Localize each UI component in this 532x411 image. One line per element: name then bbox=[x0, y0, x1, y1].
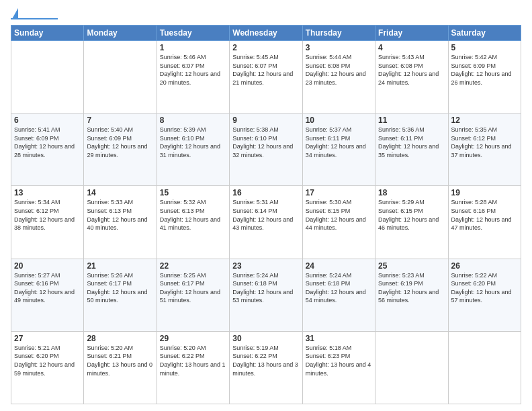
day-info: Sunrise: 5:24 AMSunset: 6:18 PMDaylight:… bbox=[306, 271, 372, 305]
day-number: 26 bbox=[451, 261, 518, 271]
day-number: 14 bbox=[87, 188, 153, 197]
calendar-cell: 15Sunrise: 5:32 AMSunset: 6:13 PMDayligh… bbox=[157, 186, 229, 259]
day-number: 23 bbox=[232, 261, 299, 271]
day-number: 16 bbox=[232, 188, 299, 197]
header bbox=[11, 8, 521, 19]
calendar-cell: 19Sunrise: 5:28 AMSunset: 6:16 PMDayligh… bbox=[448, 186, 521, 259]
calendar-cell: 7Sunrise: 5:40 AMSunset: 6:09 PMDaylight… bbox=[84, 113, 157, 186]
calendar-cell: 30Sunrise: 5:19 AMSunset: 6:22 PMDayligh… bbox=[230, 331, 302, 404]
day-info: Sunrise: 5:35 AMSunset: 6:12 PMDaylight:… bbox=[451, 126, 518, 159]
calendar-cell: 10Sunrise: 5:37 AMSunset: 6:11 PMDayligh… bbox=[302, 113, 375, 186]
day-info: Sunrise: 5:45 AMSunset: 6:07 PMDaylight:… bbox=[232, 53, 299, 87]
day-number: 11 bbox=[378, 116, 445, 125]
day-number: 5 bbox=[451, 43, 518, 52]
day-number: 15 bbox=[160, 188, 226, 197]
day-info: Sunrise: 5:41 AMSunset: 6:09 PMDaylight:… bbox=[14, 126, 81, 159]
page: SundayMondayTuesdayWednesdayThursdayFrid… bbox=[0, 0, 532, 411]
day-info: Sunrise: 5:18 AMSunset: 6:23 PMDaylight:… bbox=[306, 344, 372, 377]
calendar-cell: 29Sunrise: 5:20 AMSunset: 6:22 PMDayligh… bbox=[157, 331, 229, 404]
calendar-cell: 2Sunrise: 5:45 AMSunset: 6:07 PMDaylight… bbox=[230, 41, 302, 113]
calendar-cell bbox=[448, 331, 521, 404]
day-number: 2 bbox=[232, 43, 299, 52]
calendar-cell: 24Sunrise: 5:24 AMSunset: 6:18 PMDayligh… bbox=[302, 259, 375, 331]
day-number: 27 bbox=[14, 334, 81, 343]
calendar-cell: 8Sunrise: 5:39 AMSunset: 6:10 PMDaylight… bbox=[157, 113, 229, 186]
calendar-cell: 21Sunrise: 5:26 AMSunset: 6:17 PMDayligh… bbox=[84, 259, 157, 331]
day-info: Sunrise: 5:21 AMSunset: 6:20 PMDaylight:… bbox=[14, 344, 81, 377]
day-number: 28 bbox=[87, 334, 153, 343]
calendar-week-row: 1Sunrise: 5:46 AMSunset: 6:07 PMDaylight… bbox=[11, 41, 521, 113]
day-info: Sunrise: 5:31 AMSunset: 6:14 PMDaylight:… bbox=[232, 198, 299, 232]
day-info: Sunrise: 5:32 AMSunset: 6:13 PMDaylight:… bbox=[160, 198, 226, 232]
calendar-cell: 13Sunrise: 5:34 AMSunset: 6:12 PMDayligh… bbox=[11, 186, 84, 259]
calendar-week-row: 13Sunrise: 5:34 AMSunset: 6:12 PMDayligh… bbox=[11, 186, 521, 259]
day-number: 20 bbox=[14, 261, 81, 271]
day-number: 17 bbox=[306, 188, 372, 197]
weekday-header-tuesday: Tuesday bbox=[157, 26, 229, 41]
day-number: 8 bbox=[160, 116, 226, 125]
day-info: Sunrise: 5:29 AMSunset: 6:15 PMDaylight:… bbox=[378, 198, 445, 232]
calendar-cell: 16Sunrise: 5:31 AMSunset: 6:14 PMDayligh… bbox=[230, 186, 302, 259]
day-info: Sunrise: 5:28 AMSunset: 6:16 PMDaylight:… bbox=[451, 198, 518, 232]
calendar-cell: 31Sunrise: 5:18 AMSunset: 6:23 PMDayligh… bbox=[302, 331, 375, 404]
day-info: Sunrise: 5:39 AMSunset: 6:10 PMDaylight:… bbox=[160, 126, 226, 159]
logo bbox=[11, 8, 58, 19]
calendar-cell: 14Sunrise: 5:33 AMSunset: 6:13 PMDayligh… bbox=[84, 186, 157, 259]
calendar-cell: 20Sunrise: 5:27 AMSunset: 6:16 PMDayligh… bbox=[11, 259, 84, 331]
day-number: 12 bbox=[451, 116, 518, 125]
logo-triangle-icon bbox=[12, 8, 18, 19]
calendar-week-row: 27Sunrise: 5:21 AMSunset: 6:20 PMDayligh… bbox=[11, 331, 521, 404]
calendar-cell: 3Sunrise: 5:44 AMSunset: 6:08 PMDaylight… bbox=[302, 41, 375, 113]
weekday-header-monday: Monday bbox=[84, 26, 157, 41]
calendar-cell bbox=[84, 41, 157, 113]
calendar-cell: 25Sunrise: 5:23 AMSunset: 6:19 PMDayligh… bbox=[375, 259, 448, 331]
calendar-cell: 27Sunrise: 5:21 AMSunset: 6:20 PMDayligh… bbox=[11, 331, 84, 404]
day-number: 9 bbox=[232, 116, 299, 125]
day-number: 6 bbox=[14, 116, 81, 125]
day-info: Sunrise: 5:37 AMSunset: 6:11 PMDaylight:… bbox=[306, 126, 372, 159]
day-info: Sunrise: 5:36 AMSunset: 6:11 PMDaylight:… bbox=[378, 126, 445, 159]
day-number: 1 bbox=[160, 43, 226, 52]
day-info: Sunrise: 5:46 AMSunset: 6:07 PMDaylight:… bbox=[160, 53, 226, 87]
calendar-cell: 18Sunrise: 5:29 AMSunset: 6:15 PMDayligh… bbox=[375, 186, 448, 259]
calendar-week-row: 6Sunrise: 5:41 AMSunset: 6:09 PMDaylight… bbox=[11, 113, 521, 186]
day-info: Sunrise: 5:23 AMSunset: 6:19 PMDaylight:… bbox=[378, 271, 445, 305]
calendar-cell: 17Sunrise: 5:30 AMSunset: 6:15 PMDayligh… bbox=[302, 186, 375, 259]
day-number: 25 bbox=[378, 261, 445, 271]
day-info: Sunrise: 5:33 AMSunset: 6:13 PMDaylight:… bbox=[87, 198, 153, 232]
weekday-header-thursday: Thursday bbox=[302, 26, 375, 41]
day-info: Sunrise: 5:43 AMSunset: 6:08 PMDaylight:… bbox=[378, 53, 445, 87]
day-number: 21 bbox=[87, 261, 153, 271]
calendar-week-row: 20Sunrise: 5:27 AMSunset: 6:16 PMDayligh… bbox=[11, 259, 521, 331]
day-info: Sunrise: 5:20 AMSunset: 6:22 PMDaylight:… bbox=[160, 344, 226, 377]
day-info: Sunrise: 5:24 AMSunset: 6:18 PMDaylight:… bbox=[232, 271, 299, 305]
weekday-header-sunday: Sunday bbox=[11, 26, 84, 41]
day-number: 24 bbox=[306, 261, 372, 271]
calendar-cell bbox=[375, 331, 448, 404]
calendar-cell: 6Sunrise: 5:41 AMSunset: 6:09 PMDaylight… bbox=[11, 113, 84, 186]
day-info: Sunrise: 5:40 AMSunset: 6:09 PMDaylight:… bbox=[87, 126, 153, 159]
day-number: 31 bbox=[306, 334, 372, 343]
calendar-cell: 5Sunrise: 5:42 AMSunset: 6:09 PMDaylight… bbox=[448, 41, 521, 113]
day-info: Sunrise: 5:19 AMSunset: 6:22 PMDaylight:… bbox=[232, 344, 299, 377]
calendar-table: SundayMondayTuesdayWednesdayThursdayFrid… bbox=[11, 25, 521, 404]
day-number: 22 bbox=[160, 261, 226, 271]
day-info: Sunrise: 5:34 AMSunset: 6:12 PMDaylight:… bbox=[14, 198, 81, 232]
logo-underline bbox=[11, 18, 58, 19]
calendar-cell: 26Sunrise: 5:22 AMSunset: 6:20 PMDayligh… bbox=[448, 259, 521, 331]
calendar-cell bbox=[11, 41, 84, 113]
calendar-cell: 22Sunrise: 5:25 AMSunset: 6:17 PMDayligh… bbox=[157, 259, 229, 331]
day-number: 10 bbox=[306, 116, 372, 125]
calendar-cell: 23Sunrise: 5:24 AMSunset: 6:18 PMDayligh… bbox=[230, 259, 302, 331]
day-number: 7 bbox=[87, 116, 153, 125]
day-info: Sunrise: 5:38 AMSunset: 6:10 PMDaylight:… bbox=[232, 126, 299, 159]
day-number: 30 bbox=[232, 334, 299, 343]
day-number: 19 bbox=[451, 188, 518, 197]
weekday-header-friday: Friday bbox=[375, 26, 448, 41]
day-number: 4 bbox=[378, 43, 445, 52]
weekday-header-saturday: Saturday bbox=[448, 26, 521, 41]
weekday-header-wednesday: Wednesday bbox=[230, 26, 302, 41]
day-number: 18 bbox=[378, 188, 445, 197]
weekday-header-row: SundayMondayTuesdayWednesdayThursdayFrid… bbox=[11, 26, 521, 41]
day-info: Sunrise: 5:42 AMSunset: 6:09 PMDaylight:… bbox=[451, 53, 518, 87]
